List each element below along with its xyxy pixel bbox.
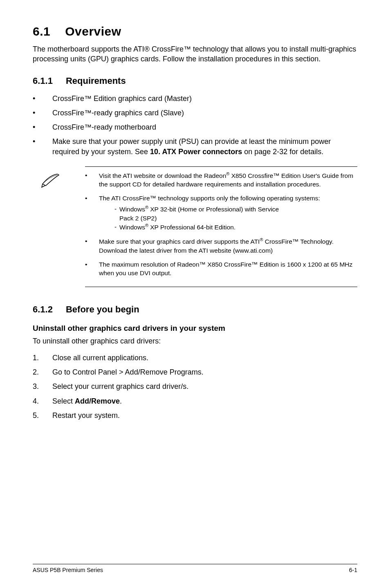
subsection-number: 6.1.1 bbox=[33, 76, 53, 86]
horizontal-rule bbox=[85, 287, 357, 287]
step-number: 2. bbox=[33, 367, 52, 377]
pencil-icon bbox=[41, 171, 65, 191]
note-content: • Visit the ATI website or download the … bbox=[65, 171, 357, 283]
list-item: 5.Restart your system. bbox=[33, 411, 357, 421]
sub-line: - Windows® XP Professional 64-bit Editio… bbox=[114, 222, 357, 232]
note-item: • The maximum resolution of Radeon™ X850… bbox=[85, 260, 357, 278]
list-item: 1.Close all current applications. bbox=[33, 353, 357, 363]
text-run: Windows bbox=[119, 224, 145, 231]
note-item: • The ATI CrossFire™ technology supports… bbox=[85, 194, 357, 232]
step-number: 1. bbox=[33, 353, 52, 363]
list-text: Make sure that your power supply unit (P… bbox=[52, 137, 357, 157]
lead-text: To uninstall other graphics card drivers… bbox=[33, 337, 357, 346]
note-text: The maximum resolution of Radeon™ X850 C… bbox=[99, 260, 357, 278]
list-text: CrossFire™-ready motherboard bbox=[52, 122, 357, 132]
footer-right: 6-1 bbox=[349, 567, 357, 573]
requirements-list: •CrossFire™ Edition graphics card (Maste… bbox=[33, 94, 357, 157]
footer-left: ASUS P5B Premium Series bbox=[33, 567, 103, 573]
steps-list: 1.Close all current applications. 2.Go t… bbox=[33, 353, 357, 421]
step-text: Select Add/Remove. bbox=[52, 396, 357, 406]
list-text: CrossFire™-ready graphics card (Slave) bbox=[52, 108, 357, 118]
note-item: • Visit the ATI website or download the … bbox=[85, 171, 357, 189]
horizontal-rule bbox=[85, 166, 357, 167]
bullet: • bbox=[33, 137, 52, 157]
bullet: • bbox=[33, 94, 52, 104]
bullet: • bbox=[33, 108, 52, 118]
list-text: CrossFire™ Edition graphics card (Master… bbox=[52, 94, 357, 104]
bold-text: 10. ATX Power connectors bbox=[150, 148, 242, 156]
sub-text: Windows® XP 32-bit (Home or Professional… bbox=[119, 204, 357, 214]
step-text: Restart your system. bbox=[52, 411, 357, 421]
subsection-title: Requirements bbox=[66, 76, 126, 86]
dash bbox=[114, 214, 119, 223]
note-text: Visit the ATI website or download the Ra… bbox=[99, 171, 357, 189]
text-run: The ATI CrossFire™ technology supports o… bbox=[99, 195, 320, 202]
bullet: • bbox=[85, 171, 99, 189]
step-text: Go to Control Panel > Add/Remove Program… bbox=[52, 367, 357, 377]
list-item: •CrossFire™-ready motherboard bbox=[33, 122, 357, 132]
note-block: • Visit the ATI website or download the … bbox=[33, 166, 357, 287]
step-number: 3. bbox=[33, 382, 52, 392]
dash: - bbox=[114, 222, 119, 232]
sub-text: Pack 2 (SP2) bbox=[119, 214, 357, 223]
note-item: • Make sure that your graphics card driv… bbox=[85, 237, 357, 255]
sub-line: - Windows® XP 32-bit (Home or Profession… bbox=[114, 204, 357, 214]
bold-text: Add/Remove bbox=[75, 397, 120, 405]
note-text: Make sure that your graphics card driver… bbox=[99, 237, 357, 255]
step-number: 4. bbox=[33, 396, 52, 406]
step-text: Close all current applications. bbox=[52, 353, 357, 363]
sub-text: Windows® XP Professional 64-bit Edition. bbox=[119, 222, 357, 232]
list-item: 2.Go to Control Panel > Add/Remove Progr… bbox=[33, 367, 357, 377]
list-item: •CrossFire™ Edition graphics card (Maste… bbox=[33, 94, 357, 104]
list-item: • Make sure that your power supply unit … bbox=[33, 137, 357, 157]
subsection-number: 6.1.2 bbox=[33, 304, 53, 315]
step-number: 5. bbox=[33, 411, 52, 421]
page: 6.1Overview The motherboard supports the… bbox=[0, 0, 390, 588]
subsection-title: Before you begin bbox=[66, 304, 139, 314]
list-item: •CrossFire™-ready graphics card (Slave) bbox=[33, 108, 357, 118]
paragraph-heading: Uninstall other graphics card drivers in… bbox=[33, 324, 357, 333]
text-run: Visit the ATI website or download the Ra… bbox=[99, 172, 226, 179]
registered-mark: ® bbox=[145, 223, 148, 228]
bullet: • bbox=[85, 260, 99, 278]
bullet: • bbox=[85, 194, 99, 232]
note-body: • Visit the ATI website or download the … bbox=[41, 171, 357, 283]
title-text: Overview bbox=[65, 25, 121, 38]
page-footer: ASUS P5B Premium Series 6-1 bbox=[33, 564, 357, 573]
subsection-before-you-begin: 6.1.2Before you begin bbox=[33, 304, 357, 315]
sub-line: Pack 2 (SP2) bbox=[114, 214, 357, 223]
dash: - bbox=[114, 204, 119, 214]
text-run: Select bbox=[52, 397, 75, 405]
text-run: Windows bbox=[119, 206, 145, 213]
step-text: Select your current graphics card driver… bbox=[52, 382, 357, 392]
sub-note: - Windows® XP 32-bit (Home or Profession… bbox=[99, 204, 357, 232]
text-run: Make sure that your graphics card driver… bbox=[99, 238, 260, 245]
note-text: The ATI CrossFire™ technology supports o… bbox=[99, 194, 357, 232]
bullet: • bbox=[85, 237, 99, 255]
title-number: 6.1 bbox=[33, 25, 50, 38]
bullet: • bbox=[33, 122, 52, 132]
intro-paragraph: The motherboard supports the ATI® CrossF… bbox=[33, 44, 357, 64]
text-run: XP Professional 64-bit Edition. bbox=[148, 224, 235, 231]
text-run: . bbox=[120, 397, 122, 405]
subsection-requirements: 6.1.1Requirements bbox=[33, 76, 357, 86]
text-run: XP 32-bit (Home or Professional) with Se… bbox=[148, 206, 279, 213]
list-item: 4.Select Add/Remove. bbox=[33, 396, 357, 406]
list-item: 3.Select your current graphics card driv… bbox=[33, 382, 357, 392]
registered-mark: ® bbox=[145, 205, 148, 210]
text-run: on page 2-32 for details. bbox=[242, 148, 323, 156]
page-title: 6.1Overview bbox=[33, 25, 357, 38]
